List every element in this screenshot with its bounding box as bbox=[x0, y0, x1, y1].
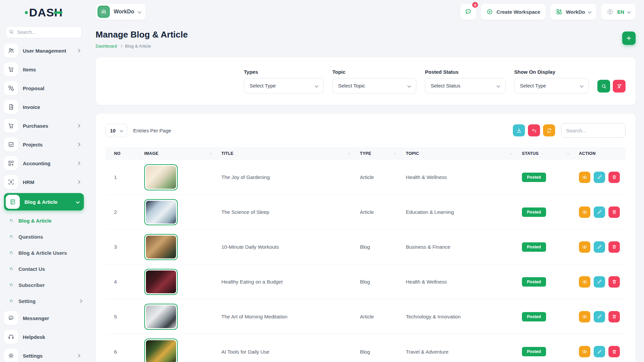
sidebar-search-input[interactable] bbox=[5, 26, 82, 38]
sidebar-item-invoice[interactable]: Invoice bbox=[4, 99, 84, 115]
edit-button[interactable] bbox=[594, 206, 605, 218]
row-no: 3 bbox=[114, 244, 144, 250]
view-button[interactable] bbox=[579, 206, 590, 218]
view-button[interactable] bbox=[579, 311, 590, 322]
status-badge: Posted bbox=[522, 277, 546, 287]
add-blog-button[interactable] bbox=[622, 32, 636, 45]
edit-button[interactable] bbox=[594, 311, 605, 322]
sidebar-item-projects[interactable]: Projects bbox=[4, 137, 84, 152]
sidebar-item-user-management[interactable]: User Management bbox=[4, 43, 84, 58]
sidebar-item-settings[interactable]: Settings bbox=[4, 348, 84, 362]
sidebar-item-label: Messenger bbox=[23, 315, 80, 321]
sidebar-item-messenger[interactable]: Messenger bbox=[4, 310, 84, 326]
filter-search-button[interactable] bbox=[597, 80, 610, 93]
view-button[interactable] bbox=[579, 241, 590, 253]
chevron-right-icon bbox=[76, 49, 80, 52]
filter-reset-button[interactable] bbox=[613, 80, 626, 93]
topic-select[interactable]: Select Topic bbox=[332, 78, 416, 94]
view-button[interactable] bbox=[579, 172, 590, 183]
edit-button[interactable] bbox=[594, 346, 605, 357]
export-button[interactable] bbox=[513, 124, 525, 136]
row-type: Blog bbox=[360, 279, 406, 285]
bullet-icon bbox=[9, 251, 14, 255]
undo-button[interactable] bbox=[528, 124, 540, 136]
display-select[interactable]: Select Type bbox=[514, 78, 589, 94]
messages-button[interactable]: 0 bbox=[460, 4, 476, 20]
pencil-icon bbox=[597, 279, 602, 284]
trash-icon bbox=[612, 314, 617, 319]
pencil-icon bbox=[597, 349, 602, 354]
refresh-button[interactable] bbox=[543, 124, 555, 136]
table-search-input[interactable] bbox=[561, 123, 626, 138]
topbar: WorkDo 0 Create Workspace WorkDo bbox=[96, 4, 636, 19]
col-title[interactable]: TITLE↑↓ bbox=[221, 151, 360, 156]
filter-slash-icon bbox=[616, 83, 622, 89]
col-topic[interactable]: TOPIC↑↓ bbox=[406, 151, 522, 156]
sidebar-item-purchases[interactable]: Purchases bbox=[4, 118, 84, 133]
chevron-right-icon bbox=[119, 45, 122, 47]
download-icon bbox=[516, 128, 522, 133]
delete-button[interactable] bbox=[608, 172, 620, 183]
sidebar-search bbox=[5, 26, 82, 38]
sidebar-item-helpdesk[interactable]: Helpdesk bbox=[4, 329, 84, 345]
create-workspace-button[interactable]: Create Workspace bbox=[481, 4, 546, 20]
sort-icon: ↑↓ bbox=[510, 152, 512, 156]
edit-button[interactable] bbox=[594, 241, 605, 253]
types-select-value: Select Type bbox=[250, 83, 276, 88]
filter-topic: Topic Select Topic bbox=[332, 69, 416, 94]
col-type[interactable]: TYPE↑↓ bbox=[360, 151, 406, 156]
edit-button[interactable] bbox=[594, 276, 605, 288]
sidebar-item-label: Projects bbox=[23, 142, 72, 147]
workspace-selector[interactable]: WorkDo bbox=[96, 4, 146, 20]
row-title: 10-Minute Daily Workouts bbox=[221, 244, 360, 250]
app-launcher-label: WorkDo bbox=[566, 9, 585, 15]
sidebar-item-hrm[interactable]: HRM bbox=[4, 174, 84, 190]
subitem-blog-article[interactable]: Blog & Article bbox=[8, 214, 84, 227]
table-header: NO IMAGE↑↓ TITLE↑↓ TYPE↑↓ TOPIC↑↓ STATUS… bbox=[106, 147, 626, 160]
brand-logo: DASH bbox=[0, 5, 87, 20]
app-launcher-button[interactable]: WorkDo bbox=[550, 4, 596, 20]
grid-plus-icon bbox=[556, 8, 562, 15]
row-type: Blog bbox=[360, 349, 406, 355]
language-selector[interactable]: EN bbox=[601, 4, 636, 20]
chevron-down-icon bbox=[315, 84, 318, 87]
subitem-blog-article-users[interactable]: Blog & Article Users bbox=[8, 246, 84, 259]
sidebar-item-items[interactable]: Items bbox=[4, 62, 84, 77]
pencil-icon bbox=[597, 209, 602, 215]
col-status[interactable]: STATUS↑↓ bbox=[522, 151, 579, 156]
delete-button[interactable] bbox=[608, 276, 620, 288]
delete-button[interactable] bbox=[608, 206, 620, 218]
entries-value: 10 bbox=[110, 128, 116, 133]
view-button[interactable] bbox=[579, 276, 590, 288]
subitem-subscriber[interactable]: Subscriber bbox=[8, 278, 84, 292]
delete-button[interactable] bbox=[608, 311, 620, 322]
delete-button[interactable] bbox=[608, 241, 620, 253]
logo-dot-icon bbox=[25, 11, 28, 14]
entries-select[interactable]: 10 bbox=[106, 124, 127, 137]
chevron-down-icon bbox=[138, 10, 141, 13]
entries-label: Entries Per Page bbox=[133, 128, 171, 133]
status-select[interactable]: Select Status bbox=[425, 78, 505, 94]
search-icon bbox=[9, 29, 14, 36]
types-select[interactable]: Select Type bbox=[244, 78, 324, 94]
trash-icon bbox=[612, 279, 617, 284]
sidebar-item-blog-article[interactable]: Blog & Article bbox=[4, 193, 84, 210]
logo-dash-icon bbox=[54, 11, 62, 14]
view-button[interactable] bbox=[579, 346, 590, 357]
subitem-setting[interactable]: Setting bbox=[8, 294, 84, 308]
breadcrumb-dashboard[interactable]: Dashboard bbox=[96, 44, 117, 49]
col-image[interactable]: IMAGE↑↓ bbox=[144, 151, 221, 156]
edit-button[interactable] bbox=[594, 172, 605, 183]
sidebar-item-accounting[interactable]: Accounting bbox=[4, 156, 84, 171]
status-badge: Posted bbox=[522, 242, 546, 252]
main-content: WorkDo 0 Create Workspace WorkDo bbox=[87, 0, 644, 362]
row-title: Healthy Eating on a Budget bbox=[221, 279, 360, 285]
delete-button[interactable] bbox=[608, 346, 620, 357]
subitem-questions[interactable]: Questions bbox=[8, 230, 84, 243]
sidebar-item-label: HRM bbox=[23, 179, 72, 185]
pencil-icon bbox=[597, 244, 602, 249]
journal-icon bbox=[6, 195, 20, 209]
sidebar-item-proposal[interactable]: Proposal bbox=[4, 80, 84, 96]
row-thumbnail bbox=[144, 269, 178, 295]
subitem-contact-us[interactable]: Contact Us bbox=[8, 262, 84, 276]
